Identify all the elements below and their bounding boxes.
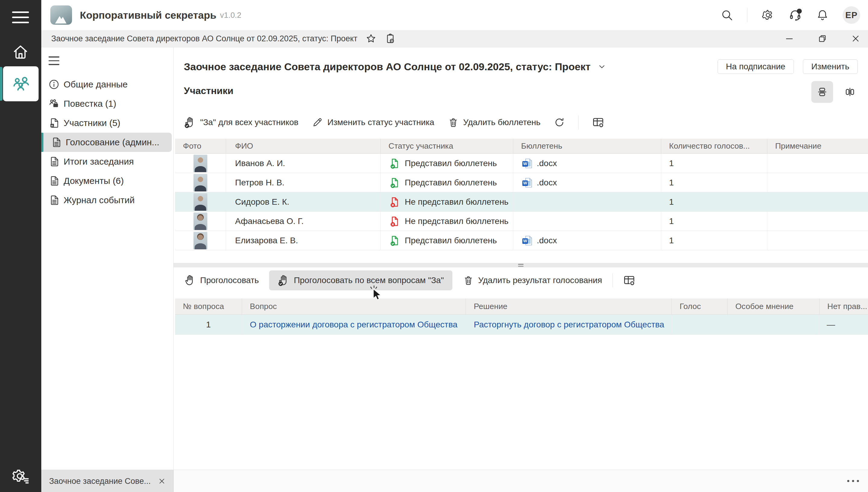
participant-row[interactable]: Сидоров Е. К. Не представил бюллетень 1 <box>175 192 868 212</box>
send-for-signing-button[interactable]: На подписание <box>718 59 794 74</box>
participants-toolbar: "За" для всех участников Изменить статус… <box>184 113 605 132</box>
sidebar-item-event-log[interactable]: Журнал событий <box>41 191 173 210</box>
col-header-ballot[interactable]: Бюллетень <box>513 139 661 154</box>
more-options-icon[interactable] <box>847 480 859 482</box>
change-participant-status-button[interactable]: Изменить статус участника <box>312 117 434 128</box>
participant-row[interactable]: Петров Н. В. Представил бюллетень W.docx… <box>175 173 868 192</box>
window-close-icon[interactable] <box>847 32 864 46</box>
refresh-icon[interactable] <box>554 117 565 128</box>
notifications-bell-icon[interactable] <box>816 9 829 21</box>
ballot-file-link[interactable]: W.docx <box>521 177 557 189</box>
hand-check-icon <box>184 116 196 128</box>
sidebar-item-participants[interactable]: Участники (5) <box>41 113 173 133</box>
col-header-no-rights[interactable]: Нет прав... <box>819 298 868 315</box>
ballot-file-link[interactable]: W.docx <box>521 157 557 169</box>
delete-ballot-button[interactable]: Удалить бюллетень <box>448 117 541 128</box>
collapse-sidebar-icon[interactable] <box>49 56 59 65</box>
event-log-doc-icon <box>48 194 60 206</box>
hand-icon <box>184 274 196 287</box>
sidebar-item-agenda[interactable]: Повестка (1) <box>41 94 173 113</box>
participant-row[interactable]: Афанасьева О. Г. Не представил бюллетень… <box>175 212 868 231</box>
top-header: Корпоративный секретарь v1.0.2 <box>41 0 868 30</box>
trash-icon <box>463 275 474 286</box>
col-header-question-number[interactable]: № вопроса <box>175 298 242 315</box>
main-menu-icon[interactable] <box>12 11 29 27</box>
horizontal-split-view-icon[interactable] <box>811 81 833 103</box>
participant-row[interactable]: Елизарова Е. В. Представил бюллетень W.d… <box>175 231 868 250</box>
voting-table: № вопроса Вопрос Решение Голос Особое мн… <box>175 298 868 335</box>
app-logo <box>50 5 72 25</box>
col-header-photo[interactable]: Фото <box>175 139 226 154</box>
panel-splitter[interactable] <box>174 263 868 267</box>
section-sidebar: Общие данные Повестка (1) <box>41 47 174 470</box>
participants-table: Фото ФИО Статус участника Бюллетень Коли… <box>175 139 868 250</box>
settings-gear-icon[interactable] <box>761 8 774 22</box>
vertical-split-view-icon[interactable] <box>839 81 861 103</box>
home-icon[interactable] <box>11 42 30 62</box>
col-header-question[interactable]: Вопрос <box>242 298 466 315</box>
sidebar-item-documents[interactable]: Документы (6) <box>41 171 173 191</box>
question-link[interactable]: О расторжении договора с регистратором О… <box>250 320 458 329</box>
info-icon <box>48 78 60 91</box>
word-file-icon: W <box>521 235 533 247</box>
bottom-bar: Заочное заседание Сове... <box>41 470 868 492</box>
voting-doc-icon <box>50 136 62 148</box>
app-version: v1.0.2 <box>220 10 241 20</box>
support-headset-icon[interactable]: ? <box>788 8 802 22</box>
sidebar-item-results[interactable]: Итоги заседания <box>41 152 173 171</box>
page-title: Заочное заседание Совета директоров АО С… <box>184 61 590 73</box>
window-minimize-icon[interactable] <box>781 32 797 46</box>
delete-vote-result-button[interactable]: Удалить результат голосования <box>463 275 602 286</box>
results-doc-icon <box>48 155 60 168</box>
rail-item-meeting-participants[interactable] <box>3 66 39 101</box>
toolbar-divider <box>578 116 579 129</box>
document-tab-title[interactable]: Заочное заседание Совета директоров АО С… <box>51 34 357 43</box>
col-header-vote[interactable]: Голос <box>672 298 727 315</box>
view-toggles <box>811 81 861 103</box>
table-settings-icon[interactable] <box>592 116 605 129</box>
chevron-down-icon[interactable] <box>597 62 607 71</box>
sidebar-item-voting[interactable]: Голосование (админ... <box>41 133 172 152</box>
participant-photo <box>194 193 207 211</box>
pencil-icon <box>312 117 323 128</box>
vote-all-yes-button[interactable]: Проголосовать по всем вопросам "За" <box>269 270 452 290</box>
splitter-grip-icon <box>518 264 524 268</box>
svg-text:W: W <box>523 239 528 243</box>
hand-check-icon <box>278 274 290 287</box>
voting-table-header: № вопроса Вопрос Решение Голос Особое мн… <box>175 298 868 315</box>
ballot-file-link[interactable]: W.docx <box>521 235 557 247</box>
col-header-status[interactable]: Статус участника <box>381 139 513 154</box>
decision-link[interactable]: Расторгнуть договор с регистратором Обще… <box>474 320 664 329</box>
open-document-tab[interactable]: Заочное заседание Сове... <box>41 470 174 492</box>
table-settings-icon[interactable] <box>623 274 636 287</box>
participant-photo <box>194 155 207 172</box>
sidebar-item-general[interactable]: Общие данные <box>41 75 173 94</box>
col-header-opinion[interactable]: Особое мнение <box>727 298 819 315</box>
col-header-name[interactable]: ФИО <box>226 139 381 154</box>
col-header-decision[interactable]: Решение <box>466 298 672 315</box>
search-icon[interactable] <box>721 9 733 21</box>
vote-for-all-button[interactable]: "За" для всех участников <box>184 116 298 128</box>
tab-close-icon[interactable] <box>157 476 167 486</box>
toolbar-divider <box>612 273 613 287</box>
col-header-note[interactable]: Примечание <box>767 139 868 154</box>
agenda-people-icon <box>48 98 60 110</box>
svg-text:W: W <box>523 161 528 166</box>
participant-photo <box>194 174 207 192</box>
user-avatar[interactable]: EP <box>843 6 860 24</box>
edit-button[interactable]: Изменить <box>803 59 858 74</box>
vote-button[interactable]: Проголосовать <box>184 274 259 287</box>
voting-row[interactable]: 1 О расторжении договора с регистратором… <box>175 315 868 335</box>
ballot-status-icon <box>388 177 401 189</box>
app-window: Корпоративный секретарь v1.0.2 <box>0 0 868 492</box>
rail-active-accent <box>0 67 2 101</box>
participant-row[interactable]: Иванов А. И. Представил бюллетень W.docx… <box>175 154 868 173</box>
participants-doc-icon <box>48 117 60 129</box>
svg-text:?: ? <box>798 9 800 13</box>
col-header-votes[interactable]: Количество голосов... <box>661 139 767 154</box>
clipboard-status-icon[interactable] <box>385 33 396 44</box>
ballot-status-icon <box>388 196 401 208</box>
favorite-star-icon[interactable] <box>365 33 377 44</box>
rail-settings-icon[interactable] <box>11 467 30 485</box>
window-restore-icon[interactable] <box>814 32 831 46</box>
